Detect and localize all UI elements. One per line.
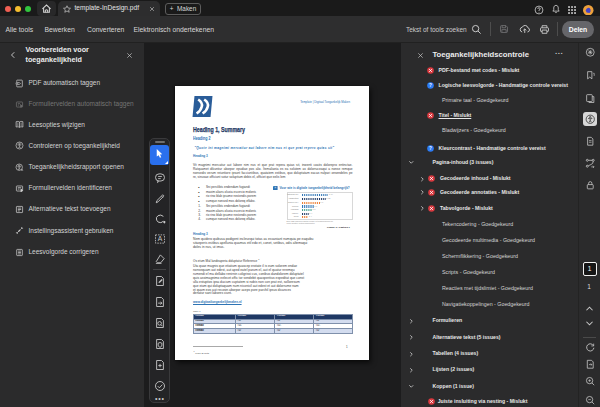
svg-text:?: ? [429,83,432,88]
svg-text:?: ? [429,146,432,151]
svg-text:A: A [158,235,163,242]
